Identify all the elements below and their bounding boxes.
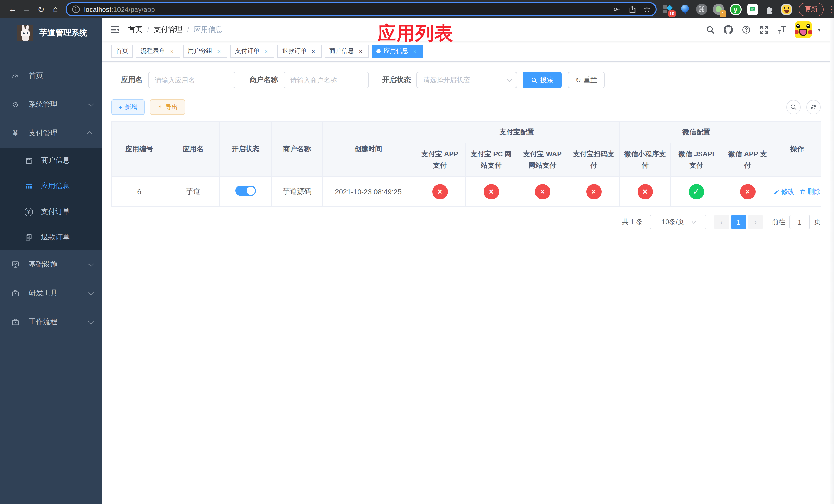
close-icon[interactable]: × (215, 47, 223, 54)
font-size-icon[interactable]: TT (777, 25, 786, 35)
app-name-input[interactable] (148, 72, 236, 88)
tab-refund-orders[interactable]: 退款订单× (278, 44, 322, 58)
close-icon[interactable]: × (357, 47, 364, 54)
sidebar-item-label: 应用信息 (41, 182, 70, 191)
close-icon[interactable]: × (310, 47, 317, 54)
home-icon[interactable]: ⌂ (48, 2, 63, 17)
toggle-search-button[interactable] (786, 100, 801, 114)
sidebar-item-refund-orders[interactable]: 退款订单 (0, 225, 102, 250)
tabs-bar: 首页× 流程表单× 用户分组× 支付订单× 退款订单× 商户信息× 应用信息× (102, 41, 834, 62)
sidebar-item-label: 支付管理 (29, 129, 88, 138)
navbar-actions: TT ▾ (706, 21, 821, 39)
sidebar-item-workflow[interactable]: 工作流程 (0, 307, 102, 336)
address-bar[interactable]: localhost:1024/pay/app ☆ (66, 2, 657, 17)
extension-balloon-icon[interactable] (679, 3, 691, 15)
edit-link[interactable]: 修改 (773, 187, 794, 196)
extension-chat-icon[interactable] (746, 3, 759, 15)
info-icon[interactable] (72, 5, 80, 13)
extension-sketch-icon[interactable]: 10 (662, 3, 674, 15)
documents-icon (25, 233, 33, 242)
search-button[interactable]: 搜索 (523, 72, 562, 88)
export-button[interactable]: 导出 (150, 99, 185, 115)
tab-pay-orders[interactable]: 支付订单× (230, 44, 275, 58)
help-icon[interactable] (742, 25, 751, 35)
address-bar-actions: ☆ (613, 5, 650, 14)
sidebar-item-dev-tools[interactable]: 研发工具 (0, 279, 102, 307)
sidebar-item-system[interactable]: 系统管理 (0, 90, 102, 119)
cell-alipay-pc: × (465, 177, 517, 206)
add-button[interactable]: + 新增 (111, 99, 145, 115)
share-icon[interactable] (628, 5, 636, 13)
extension-command-icon[interactable]: ⌘ (696, 3, 708, 15)
table-row: 6 芋道 芋道源码 2021-10-23 08:49:25 × × × × × … (112, 177, 821, 206)
cell-status (219, 177, 271, 206)
user-avatar[interactable] (795, 21, 812, 39)
close-icon[interactable]: × (411, 47, 419, 54)
shop-icon (25, 156, 33, 165)
breadcrumb: 首页 / 支付管理 / 应用信息 (128, 25, 223, 35)
back-icon[interactable]: ← (5, 2, 20, 17)
sidebar-item-merchant-info[interactable]: 商户信息 (0, 148, 102, 173)
sidebar-item-payment[interactable]: ¥ 支付管理 (0, 119, 102, 148)
refresh-icon: ↻ (575, 76, 581, 84)
status-select[interactable]: 请选择开启状态 (416, 72, 517, 88)
status-label: 开启状态 (382, 75, 411, 85)
delete-link[interactable]: 删除 (799, 187, 821, 196)
goto-page-input[interactable] (789, 215, 810, 229)
user-menu-caret-icon[interactable]: ▾ (818, 26, 821, 33)
yen-icon: ¥ (11, 129, 20, 137)
key-icon[interactable] (613, 5, 621, 13)
next-page-button[interactable]: › (748, 215, 763, 229)
github-icon[interactable] (724, 25, 733, 35)
fullscreen-icon[interactable] (760, 25, 769, 35)
column-header-created-at: 创建时间 (322, 121, 414, 177)
chrome-update-button[interactable]: 更新 (798, 2, 824, 16)
sidebar-item-infra[interactable]: 基础设施 (0, 250, 102, 279)
column-header-alipay-wap: 支付宝 WAP 网站支付 (517, 143, 568, 177)
extension-y-icon[interactable] (729, 3, 742, 15)
merchant-name-input[interactable] (284, 72, 369, 88)
page-size-select[interactable]: 10条/页 (650, 215, 706, 229)
profile-avatar-icon[interactable] (780, 3, 792, 15)
trash-icon (799, 188, 806, 194)
search-icon[interactable] (706, 25, 715, 35)
prev-page-button[interactable]: ‹ (715, 215, 729, 229)
sidebar-item-label: 支付订单 (41, 207, 70, 216)
close-icon[interactable]: × (168, 47, 175, 54)
sidebar-item-pay-orders[interactable]: ¥ 支付订单 (0, 199, 102, 225)
current-page-button[interactable]: 1 (731, 215, 746, 229)
reload-icon[interactable]: ↻ (34, 2, 48, 17)
cell-alipay-qr: × (568, 177, 619, 206)
status-toggle[interactable] (235, 186, 256, 196)
sidebar-collapse-icon[interactable] (110, 25, 120, 35)
reset-button[interactable]: ↻ 重置 (568, 72, 605, 88)
tab-process-form[interactable]: 流程表单× (136, 44, 180, 58)
tab-user-group[interactable]: 用户分组× (183, 44, 227, 58)
url-text[interactable]: localhost:1024/pay/app (84, 5, 613, 13)
breadcrumb-separator: / (187, 26, 189, 34)
sidebar-item-app-info[interactable]: 应用信息 (0, 173, 102, 199)
forward-icon[interactable]: → (20, 2, 34, 17)
main-area: 首页 / 支付管理 / 应用信息 应用列表 (102, 19, 834, 504)
tab-merchant-info[interactable]: 商户信息× (325, 44, 369, 58)
table-tools (786, 100, 821, 114)
tab-app-info[interactable]: 应用信息× (372, 44, 423, 58)
active-dot-icon (376, 49, 380, 53)
breadcrumb-separator: / (147, 26, 149, 34)
sidebar-item-home[interactable]: 首页 (0, 62, 102, 90)
apps-table: 应用编号 应用名 开启状态 商户名称 创建时间 支付宝配置 微信配置 操作 支付… (111, 121, 821, 207)
chevron-down-icon (88, 101, 94, 107)
download-icon (157, 104, 163, 110)
extension-recorder-icon[interactable]: 1 (712, 3, 725, 15)
breadcrumb-section[interactable]: 支付管理 (154, 25, 182, 35)
tab-home[interactable]: 首页× (111, 44, 133, 58)
yen-circle-icon: ¥ (25, 208, 33, 216)
close-icon[interactable]: × (263, 47, 270, 54)
refresh-button[interactable] (806, 100, 821, 114)
extensions-puzzle-icon[interactable] (763, 3, 775, 15)
breadcrumb-home[interactable]: 首页 (128, 25, 142, 35)
scrollbar-track[interactable] (830, 19, 834, 504)
bookmark-star-icon[interactable]: ☆ (643, 5, 650, 14)
app-logo-row[interactable]: 芋道管理系统 (0, 19, 102, 47)
browser-menu-icon[interactable]: ⋮ (828, 5, 834, 14)
